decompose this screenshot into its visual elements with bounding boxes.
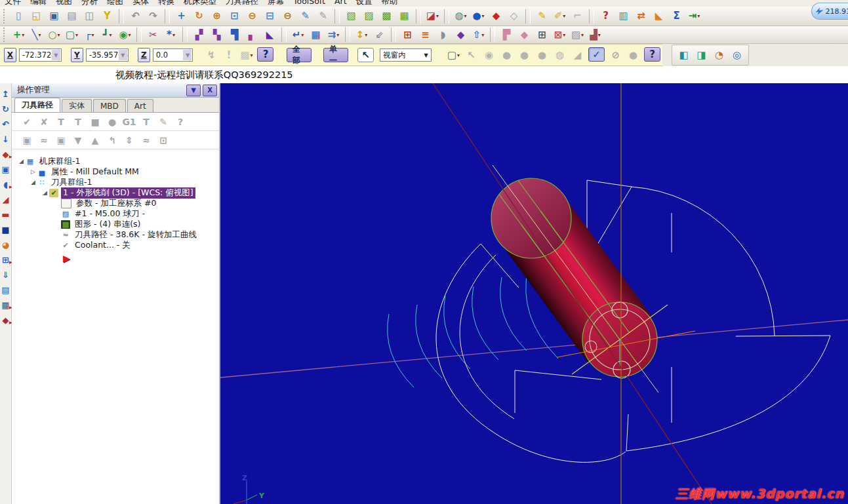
plane-wedge-button[interactable]: ◢	[1, 194, 11, 204]
remove-faces-button[interactable]: ⊠▾	[551, 27, 569, 43]
gview-top-button[interactable]: ▧	[342, 9, 360, 24]
ops-post-g1-button[interactable]: G1	[121, 115, 138, 128]
toolpath-stock-display-button[interactable]: ◨	[693, 47, 710, 63]
wire-cube-button[interactable]: ⊞	[533, 27, 551, 43]
view-undo-button[interactable]: ↶	[1, 119, 11, 129]
z-coordinate-input[interactable]: 0.0▼	[153, 48, 193, 62]
redo-button[interactable]: ↷	[144, 9, 162, 24]
y-coordinate-input[interactable]: -35.95706▼	[86, 48, 129, 62]
dropdown-arrow-icon[interactable]: ▾	[22, 32, 24, 38]
autocursor-config-button[interactable]: ▩▾	[237, 47, 255, 63]
print-button[interactable]: ▤	[63, 9, 81, 24]
ops-scroll-button[interactable]: ⇕	[121, 134, 138, 147]
tree-machine-group[interactable]: ◢▦机床群组-1	[16, 156, 219, 166]
dropdown-arrow-icon[interactable]: ▾	[58, 32, 60, 38]
viewport-canvas[interactable]: Z Y	[220, 83, 848, 504]
toolbar-drag-handle[interactable]	[3, 28, 7, 42]
ops-post-out-button[interactable]: T	[138, 115, 155, 128]
select-mask-button[interactable]: ◍	[551, 47, 569, 63]
dynamic-rotate-button[interactable]: ↻	[190, 9, 208, 24]
menu-item[interactable]: 屏幕	[268, 0, 284, 7]
menu-item[interactable]: 刀具路径	[226, 0, 258, 7]
create-fillet-button[interactable]: ┌▾	[81, 27, 98, 43]
xform-mirror-button[interactable]: ▚	[208, 27, 226, 43]
tab-刀具路径[interactable]: 刀具路径	[14, 98, 60, 112]
menu-item[interactable]: 转换	[158, 0, 174, 7]
select-last-button[interactable]: ↖	[462, 47, 480, 63]
select-group-1-button[interactable]: ●	[498, 47, 515, 63]
select-single-button[interactable]: 单一	[323, 48, 348, 62]
plane-grid-button[interactable]: ⊞	[399, 27, 416, 43]
create-point-plus-button[interactable]: +▾	[10, 27, 28, 43]
tree-tool[interactable]: ▨#1 - M5.00 球刀 -	[16, 208, 219, 219]
gview-named-button[interactable]: ◪▾	[424, 9, 441, 24]
dropdown-arrow-icon[interactable]: ▾	[481, 32, 484, 38]
dropdown-arrow-icon[interactable]: ▾	[129, 32, 131, 38]
tree-parameters[interactable]: 参数 - 加工座标系 #0	[16, 198, 219, 208]
save-file-button[interactable]: ▣	[45, 9, 63, 24]
select-validate-button[interactable]: ✓	[588, 47, 605, 62]
tree-tool-group[interactable]: ◢∷刀具群组-1	[16, 177, 219, 187]
ops-help-button[interactable]: ?	[172, 115, 189, 128]
trim-break-button[interactable]: ✂	[144, 27, 162, 43]
xform-translate-button[interactable]: ▞	[190, 27, 208, 43]
analyze-sum-button[interactable]: Σ	[668, 9, 685, 24]
gview-isometric-button[interactable]: ▦	[395, 9, 413, 24]
repaint-screen-button[interactable]: ✎	[314, 9, 332, 24]
ops-edit-button[interactable]: ✎	[155, 115, 172, 128]
toolpath-stock-setup-button[interactable]: ◧	[675, 47, 693, 63]
ops-lock-button[interactable]: ▣	[18, 134, 35, 147]
dropdown-arrow-icon[interactable]: ▾	[697, 13, 700, 19]
menu-item[interactable]: Art	[334, 0, 347, 6]
tree-expander-icon[interactable]: ◢	[41, 189, 49, 196]
z-coordinate-button[interactable]: Z	[138, 48, 150, 62]
create-rectangle-button[interactable]: ▢▾	[63, 27, 81, 43]
attributes-disabled-button[interactable]: ⌐	[569, 9, 586, 24]
ops-copy-button[interactable]: ⊡	[155, 134, 172, 147]
view-shift-up-button[interactable]: ↥	[1, 88, 11, 99]
selection-cursor-button[interactable]: ↖	[357, 48, 374, 62]
tab-实体[interactable]: 实体	[62, 99, 92, 112]
select-group-3-button[interactable]: ●	[533, 47, 551, 63]
view-shift-down-button[interactable]: ↓	[1, 134, 11, 144]
solids-bloom-button[interactable]: ◆	[515, 27, 533, 43]
ops-lock-ghost-button[interactable]: ▣	[52, 134, 70, 147]
create-points-button[interactable]: *▾	[162, 27, 180, 43]
arrow-down-blue-button[interactable]: ⇓	[1, 269, 11, 280]
dropdown-arrow-icon[interactable]: ▾	[482, 13, 485, 19]
menu-item[interactable]: 文件	[5, 0, 21, 7]
xform-dynamic-button[interactable]: ◣	[261, 27, 279, 43]
tab-Art[interactable]: Art	[127, 99, 153, 112]
x-coordinate-input[interactable]: -72.37282▼	[19, 48, 62, 62]
tab-MBD[interactable]: MBD	[93, 99, 126, 112]
dropdown-arrow-icon[interactable]: ▾	[563, 13, 565, 19]
xform-scale-button[interactable]: ▖	[243, 27, 261, 43]
select-corner-button[interactable]: ◢	[569, 47, 586, 63]
grid-globe-button[interactable]: ⊞▶	[1, 254, 11, 265]
ops-select-none-button[interactable]: ✘	[35, 115, 52, 128]
translucent-display-button[interactable]: ◆	[487, 9, 505, 24]
dropdown-arrow-icon[interactable]: ▾	[301, 32, 304, 38]
menu-item[interactable]: 分析	[81, 0, 98, 7]
pan-button[interactable]: +	[172, 9, 190, 24]
ops-move-down-button[interactable]: ▼	[70, 134, 87, 147]
new-file-button[interactable]: ▯	[10, 9, 28, 24]
create-line-button[interactable]: ╲▾	[28, 27, 45, 43]
menu-item[interactable]: 设置	[356, 0, 373, 7]
toolbar-drag-handle[interactable]	[3, 9, 7, 24]
select-group-2-button[interactable]: ●	[515, 47, 533, 63]
viewport-frame-button[interactable]: ▣	[1, 164, 11, 174]
dropdown-arrow-icon[interactable]: ▾	[110, 32, 112, 38]
attributes-multi-button[interactable]: ✐▾	[551, 9, 569, 24]
panel-close-button[interactable]: X	[203, 85, 217, 96]
grid-window-button[interactable]: ▦▶	[1, 300, 11, 310]
menu-item[interactable]: 绘图	[107, 0, 123, 7]
dropdown-arrow-icon[interactable]: ▾	[251, 52, 253, 58]
dropdown-arrow-icon[interactable]: ▾	[457, 52, 460, 58]
blank-screen-pen-button[interactable]: ✎	[296, 9, 314, 24]
analyze-distance-button[interactable]: ▥	[615, 9, 632, 24]
attributes-pencil-button[interactable]: ✎	[533, 9, 551, 24]
zoom-out-button[interactable]: ⊖	[279, 9, 296, 24]
analyze-position-button[interactable]: ?	[597, 9, 615, 24]
ops-select-all-button[interactable]: ✔	[18, 115, 35, 128]
